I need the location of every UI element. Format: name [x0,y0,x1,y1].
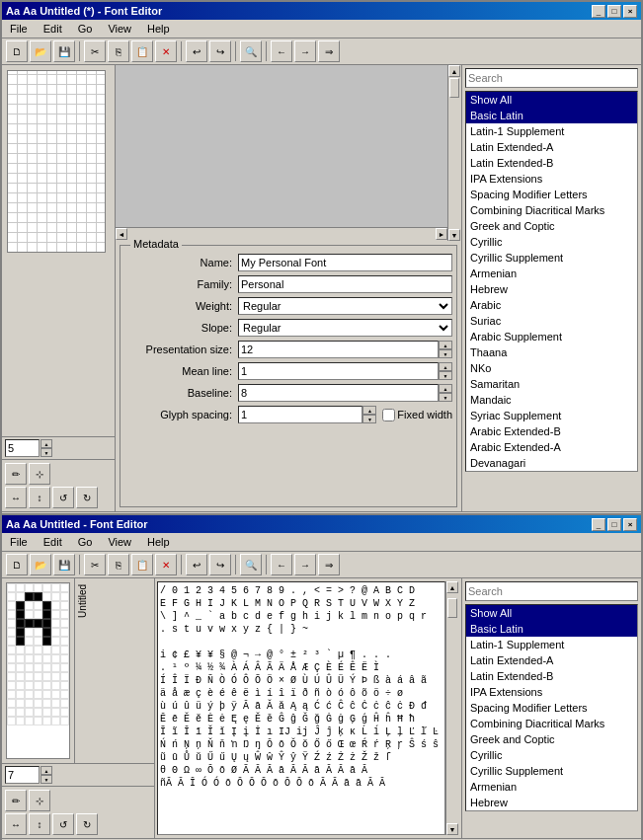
scroll-thumb-v-1[interactable] [449,78,459,98]
char-list-item-1-14[interactable]: Arabic Supplement [466,329,637,344]
menu-edit-2[interactable]: Edit [40,535,66,549]
char-list-item-1-7[interactable]: Greek and Coptic [466,218,637,234]
menu-help-1[interactable]: Help [143,22,174,36]
minimize-button-1[interactable]: _ [592,5,605,18]
char-list-item-2-4[interactable]: IPA Extensions [466,684,637,700]
pixel-canvas-1[interactable] [7,70,106,253]
char-list-item-1-4[interactable]: IPA Extensions [466,171,637,187]
flip-h-tool-1[interactable]: ↔ [5,487,27,508]
name-input-1[interactable]: My Personal Font [238,254,452,271]
maximize-button-2[interactable]: □ [607,518,621,531]
delete-btn-2[interactable]: ✕ [155,554,177,575]
char-list-item-1-6[interactable]: Combining Diacritical Marks [466,202,637,218]
glyph-grid-2[interactable]: Untitled [2,578,154,763]
char-list-item-1-20[interactable]: Arabic Extended-B [466,423,637,439]
nav-back-btn-1[interactable]: ← [271,40,292,62]
pres-size-down[interactable]: ▼ [439,349,452,358]
glyph-spacing-up[interactable]: ▲ [362,406,376,415]
search-input-2[interactable] [465,581,638,601]
paste-btn-1[interactable]: 📋 [131,40,153,62]
flip-h-tool-2[interactable]: ↔ [5,813,27,835]
baseline-down[interactable]: ▼ [439,393,452,402]
menu-edit-1[interactable]: Edit [40,22,66,36]
charmap-content-2[interactable]: / 0 1 2 3 4 5 6 7 8 9 . , < = > ? @ A B … [157,581,445,835]
char-list-item-1-9[interactable]: Cyrillic Supplement [466,250,637,266]
search-input-1[interactable] [465,68,638,88]
menu-view-2[interactable]: View [104,535,135,549]
char-list-item-2-2[interactable]: Latin Extended-A [466,652,637,668]
pencil-tool-2[interactable]: ✏ [5,790,27,811]
show-all-item-2[interactable]: Show All [466,605,637,621]
zoom-input-2[interactable]: 7 [5,766,40,784]
fixed-width-checkbox-1[interactable] [382,409,395,421]
cut-btn-2[interactable]: ✂ [84,554,106,575]
char-list-item-1-18[interactable]: Mandaic [466,392,637,408]
find-btn-2[interactable]: 🔍 [240,554,262,575]
save-btn-2[interactable]: 💾 [53,554,75,575]
minimize-button-2[interactable]: _ [592,518,605,531]
paste-btn-2[interactable]: 📋 [131,554,153,575]
select-tool-1[interactable]: ⊹ [29,463,50,485]
undo-btn-2[interactable]: ↩ [186,554,207,575]
new-btn-2[interactable]: 🗋 [6,554,28,575]
char-list-item-2-1[interactable]: Latin-1 Supplement [466,637,637,652]
scroll-down-1[interactable]: ▼ [448,229,460,241]
family-input-1[interactable]: Personal [238,275,452,293]
charmap-scroll-down-2[interactable]: ▼ [446,823,458,835]
char-list-item-1-17[interactable]: Samaritan [466,376,637,392]
menu-file-2[interactable]: File [6,535,32,549]
rotate-ccw-tool-2[interactable]: ↺ [52,813,74,835]
char-list-item-2-3[interactable]: Latin Extended-B [466,668,637,684]
show-all-item-1[interactable]: Show All [466,92,637,108]
char-list-item-1-12[interactable]: Arabic [466,297,637,313]
rotate-cw-tool-2[interactable]: ↻ [76,813,98,835]
char-list-item-1-13[interactable]: Suriac [466,313,637,329]
char-list-item-2-9[interactable]: Cyrillic Supplement [466,763,637,779]
nav-fwd-btn-1[interactable]: → [294,40,316,62]
pencil-tool-1[interactable]: ✏ [5,463,27,485]
zoom-up-1[interactable]: ▲ [40,439,52,448]
save-btn-1[interactable]: 💾 [53,40,75,62]
char-list-item-1-0[interactable]: Basic Latin [466,108,637,123]
open-btn-2[interactable]: 📂 [30,554,51,575]
pres-size-up[interactable]: ▲ [439,341,452,349]
mean-line-down[interactable]: ▼ [439,371,452,380]
pixel-canvas-2[interactable] [6,582,70,759]
new-btn-1[interactable]: 🗋 [6,40,28,62]
find-btn-1[interactable]: 🔍 [240,40,262,62]
copy-btn-2[interactable]: ⎘ [108,554,129,575]
baseline-up[interactable]: ▲ [439,384,452,393]
maximize-button-1[interactable]: □ [607,5,621,18]
char-list-item-1-22[interactable]: Devanagari [466,455,637,471]
zoom-input-1[interactable]: 5 [5,439,40,457]
char-list-item-1-15[interactable]: Thaana [466,344,637,360]
select-tool-2[interactable]: ⊹ [29,790,50,811]
slope-select-1[interactable]: Regular Italic Oblique [238,319,452,337]
char-list-item-1-16[interactable]: NKo [466,360,637,376]
flip-v-tool-2[interactable]: ↕ [29,813,50,835]
scroll-up-1[interactable]: ▲ [448,65,460,77]
char-list-item-1-3[interactable]: Latin Extended-B [466,155,637,171]
char-list-item-2-11[interactable]: Hebrew [466,795,637,810]
rotate-ccw-tool-1[interactable]: ↺ [52,487,74,508]
char-list-item-2-8[interactable]: Cyrillic [466,747,637,763]
menu-go-1[interactable]: Go [74,22,97,36]
charmap-scroll-up-2[interactable]: ▲ [446,581,458,593]
zoom-up-2[interactable]: ▲ [40,766,52,775]
char-list-item-1-5[interactable]: Spacing Modifier Letters [466,187,637,202]
menu-view-1[interactable]: View [104,22,135,36]
nav-jump-btn-1[interactable]: ⇒ [318,40,340,62]
scroll-right-1[interactable]: ► [436,228,447,240]
char-list-item-1-1[interactable]: Latin-1 Supplement [466,123,637,139]
nav-back-btn-2[interactable]: ← [271,554,292,575]
char-list-item-1-10[interactable]: Armenian [466,266,637,281]
mean-line-input-1[interactable]: 1 [238,362,439,380]
menu-go-2[interactable]: Go [74,535,97,549]
char-list-item-1-2[interactable]: Latin Extended-A [466,139,637,155]
scroll-left-1[interactable]: ◄ [116,228,127,240]
close-button-2[interactable]: × [623,518,637,531]
char-list-item-2-7[interactable]: Greek and Coptic [466,731,637,747]
char-list-item-2-5[interactable]: Spacing Modifier Letters [466,700,637,716]
cut-btn-1[interactable]: ✂ [84,40,106,62]
zoom-down-2[interactable]: ▼ [40,775,52,784]
